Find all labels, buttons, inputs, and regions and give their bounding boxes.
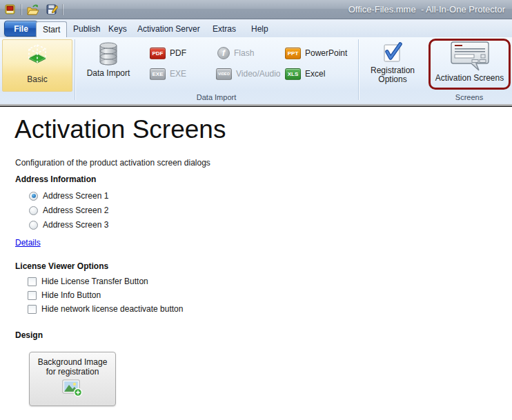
data-import-button[interactable]: Data Import xyxy=(80,41,137,78)
registration-options-label: Registration Options xyxy=(365,66,420,84)
save-file-icon[interactable] xyxy=(44,2,59,17)
radio-address-screen-1[interactable]: Address Screen 1 xyxy=(29,191,108,201)
background-image-button-label: Background Image for registration xyxy=(35,357,110,377)
flash-label: Flash xyxy=(234,48,254,58)
activation-screens-button[interactable]: Activation Screens xyxy=(429,39,511,90)
data-import-button-label: Data Import xyxy=(87,69,130,78)
radio-label: Address Screen 3 xyxy=(43,220,108,230)
video-audio-button[interactable]: VIDEO Video/Audio xyxy=(216,66,281,81)
checkbox-icon xyxy=(28,291,37,300)
powerpoint-button[interactable]: PPT PowerPoint xyxy=(285,46,347,61)
exe-icon: EXE xyxy=(150,68,166,80)
checkbox-icon xyxy=(28,277,37,286)
tab-activation-server[interactable]: Activation Server xyxy=(131,21,206,37)
checkbox-hide-license-transfer[interactable]: Hide License Transfer Button xyxy=(28,277,148,286)
group-divider xyxy=(75,39,75,100)
tab-start[interactable]: Start xyxy=(36,21,67,37)
tab-publish[interactable]: Publish xyxy=(67,21,106,37)
toolbar-separator xyxy=(21,4,22,15)
add-image-icon xyxy=(62,379,83,397)
radio-icon xyxy=(29,221,38,230)
video-audio-label: Video/Audio xyxy=(236,69,281,79)
open-file-icon[interactable] xyxy=(26,2,41,17)
checkbox-icon xyxy=(28,305,37,314)
radio-icon xyxy=(29,206,38,215)
exe-label: EXE xyxy=(170,69,186,79)
address-information-heading: Address Information xyxy=(15,174,96,184)
window-title: Office-Files.mme - All-In-One Protector xyxy=(348,0,505,19)
background-image-button[interactable]: Background Image for registration xyxy=(29,352,116,406)
checkbox-label: Hide network license deactivate button xyxy=(41,304,183,314)
pdf-icon: PDF xyxy=(150,48,166,59)
group-divider xyxy=(358,39,359,100)
video-icon: VIDEO xyxy=(216,68,232,80)
ribbon-bottom-separator xyxy=(0,104,512,105)
tab-help[interactable]: Help xyxy=(245,21,275,37)
flash-button[interactable]: f Flash xyxy=(217,46,254,61)
toolbar-separator xyxy=(63,4,63,15)
basic-button[interactable]: Basic xyxy=(2,39,72,92)
checkbox-label: Hide Info Button xyxy=(41,290,101,300)
checkbox-label: Hide License Transfer Button xyxy=(41,277,148,286)
page-title: Activation Screens xyxy=(14,115,226,144)
quick-access-toolbar xyxy=(3,2,63,17)
exe-button[interactable]: EXE EXE xyxy=(150,66,186,81)
basic-button-label: Basic xyxy=(27,74,47,84)
database-icon xyxy=(98,41,119,66)
ribbon: Basic Data Import PDF PDF EXE EXE f Flas… xyxy=(0,37,512,104)
tab-extras[interactable]: Extras xyxy=(206,21,242,37)
pdf-button[interactable]: PDF PDF xyxy=(150,46,186,61)
main-content: Activation Screens Configuration of the … xyxy=(0,107,512,420)
details-link[interactable]: Details xyxy=(15,238,41,248)
group-label-screens: Screens xyxy=(428,93,511,101)
title-bar: Office-Files.mme - All-In-One Protector xyxy=(0,0,512,19)
checkmark-icon xyxy=(382,41,404,63)
ribbon-group-basic: Basic xyxy=(1,38,73,102)
checkbox-hide-network-deactivate[interactable]: Hide network license deactivate button xyxy=(28,304,183,314)
ribbon-tab-row: File Start Publish Keys Activation Serve… xyxy=(0,19,512,37)
dialog-screen-icon xyxy=(449,41,491,72)
radio-label: Address Screen 1 xyxy=(43,191,108,201)
design-heading: Design xyxy=(15,330,43,340)
powerpoint-label: PowerPoint xyxy=(305,48,347,58)
tab-file[interactable]: File xyxy=(4,21,38,37)
cube-icon xyxy=(19,40,55,73)
app-icon[interactable] xyxy=(3,2,18,17)
license-viewer-options-heading: License Viewer Options xyxy=(15,261,108,271)
activation-screens-label: Activation Screens xyxy=(435,73,504,83)
tab-keys[interactable]: Keys xyxy=(102,21,133,37)
radio-icon xyxy=(29,192,38,201)
checkbox-hide-info-button[interactable]: Hide Info Button xyxy=(28,290,101,300)
powerpoint-icon: PPT xyxy=(285,48,301,59)
radio-address-screen-2[interactable]: Address Screen 2 xyxy=(29,206,108,215)
pdf-label: PDF xyxy=(170,48,186,58)
registration-options-button[interactable]: Registration Options xyxy=(364,41,422,84)
excel-button[interactable]: XLS Excel xyxy=(285,66,325,81)
radio-address-screen-3[interactable]: Address Screen 3 xyxy=(29,220,108,230)
excel-label: Excel xyxy=(305,69,325,79)
excel-icon: XLS xyxy=(285,68,301,80)
group-label-data-import: Data Import xyxy=(75,93,358,101)
flash-icon: f xyxy=(217,47,230,59)
radio-label: Address Screen 2 xyxy=(43,206,108,215)
page-subtitle: Configuration of the product activation … xyxy=(15,158,210,168)
